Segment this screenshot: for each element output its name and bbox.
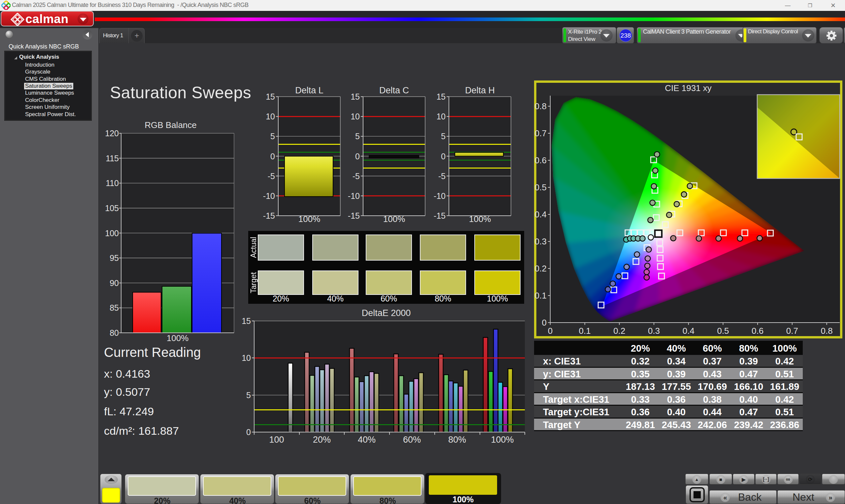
svg-text:0.1: 0.1 <box>579 326 591 336</box>
svg-text:0: 0 <box>270 152 275 161</box>
svg-text:-10: -10 <box>348 191 360 200</box>
svg-text:120: 120 <box>105 129 119 138</box>
svg-text:DeltaE 2000: DeltaE 2000 <box>362 308 411 318</box>
svg-text:5: 5 <box>355 132 360 141</box>
svg-text:-5: -5 <box>353 172 360 181</box>
svg-text:CIE 1931 xy: CIE 1931 xy <box>665 83 712 93</box>
svg-text:5: 5 <box>246 391 251 400</box>
svg-text:10: 10 <box>266 112 275 121</box>
svg-text:0: 0 <box>355 152 360 161</box>
svg-text:0.8: 0.8 <box>535 101 547 111</box>
svg-text:5: 5 <box>270 132 275 141</box>
svg-text:0: 0 <box>548 326 552 336</box>
svg-text:10: 10 <box>351 112 360 121</box>
svg-text:15: 15 <box>266 92 275 101</box>
svg-text:0.4: 0.4 <box>683 326 694 336</box>
svg-text:-10: -10 <box>263 191 275 200</box>
svg-text:10: 10 <box>242 353 251 362</box>
svg-text:105: 105 <box>105 203 119 213</box>
svg-text:0.8: 0.8 <box>821 326 833 336</box>
svg-text:0.5: 0.5 <box>717 326 729 336</box>
svg-text:40%: 40% <box>358 435 376 444</box>
svg-text:15: 15 <box>242 316 251 326</box>
svg-text:115: 115 <box>106 154 119 163</box>
svg-text:110: 110 <box>106 178 119 188</box>
svg-text:0.3: 0.3 <box>648 326 660 336</box>
svg-text:100%: 100% <box>298 214 320 224</box>
svg-text:80: 80 <box>110 328 119 338</box>
svg-text:100%: 100% <box>469 214 491 224</box>
svg-text:-5: -5 <box>268 172 275 181</box>
svg-text:0.3: 0.3 <box>535 236 547 246</box>
svg-text:Delta L: Delta L <box>295 86 323 95</box>
svg-text:Delta H: Delta H <box>465 86 495 95</box>
svg-text:-10: -10 <box>434 191 446 200</box>
svg-text:60%: 60% <box>403 435 421 444</box>
svg-text:0.2: 0.2 <box>613 326 625 336</box>
svg-text:100%: 100% <box>491 435 514 444</box>
svg-text:-15: -15 <box>348 211 360 220</box>
svg-text:0: 0 <box>441 152 446 161</box>
svg-text:0.7: 0.7 <box>535 128 547 138</box>
svg-text:100: 100 <box>105 229 119 238</box>
svg-text:0.4: 0.4 <box>535 210 547 219</box>
svg-text:100%: 100% <box>167 333 189 343</box>
svg-text:20%: 20% <box>313 435 331 444</box>
svg-text:100: 100 <box>269 435 284 444</box>
svg-text:0.1: 0.1 <box>535 291 547 301</box>
svg-text:5: 5 <box>441 132 446 141</box>
svg-text:-5: -5 <box>438 172 446 181</box>
svg-text:0: 0 <box>246 428 251 437</box>
svg-text:0.6: 0.6 <box>535 155 547 165</box>
svg-text:85: 85 <box>110 303 119 312</box>
svg-text:0.7: 0.7 <box>786 326 798 336</box>
svg-text:RGB Balance: RGB Balance <box>145 120 197 130</box>
svg-text:95: 95 <box>110 253 119 263</box>
svg-text:10: 10 <box>436 112 446 121</box>
svg-text:-15: -15 <box>434 211 446 220</box>
svg-text:80%: 80% <box>448 435 466 444</box>
svg-text:15: 15 <box>436 92 446 101</box>
svg-text:100%: 100% <box>383 214 405 224</box>
svg-text:90: 90 <box>110 278 119 288</box>
svg-text:0.2: 0.2 <box>535 264 547 273</box>
svg-text:-15: -15 <box>263 211 275 220</box>
svg-text:0: 0 <box>542 318 547 327</box>
svg-text:Delta C: Delta C <box>379 86 409 95</box>
svg-text:15: 15 <box>351 92 360 101</box>
svg-text:0.5: 0.5 <box>535 182 547 192</box>
svg-text:0.6: 0.6 <box>752 326 763 336</box>
